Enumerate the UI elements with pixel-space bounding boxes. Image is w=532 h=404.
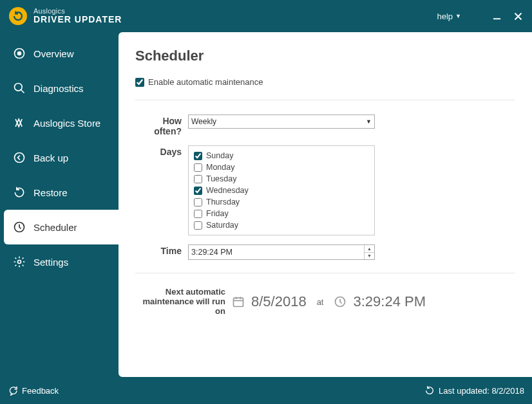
back-arrow-icon	[13, 151, 26, 164]
day-label: Saturday	[206, 221, 238, 230]
day-label: Wednesday	[206, 186, 249, 195]
next-run-label: Next automatic maintenance will run on	[135, 288, 225, 317]
sidebar-item-label: Overview	[33, 48, 74, 59]
app-name-block: Auslogics DRIVER UPDATER	[33, 8, 122, 24]
day-label: Friday	[206, 209, 229, 218]
feedback-label: Feedback	[22, 386, 59, 396]
sidebar-item-label: Restore	[33, 187, 68, 198]
clock-icon	[13, 221, 26, 234]
day-option[interactable]: Monday	[194, 161, 369, 173]
next-run-label-line2: maintenance will run on	[142, 297, 225, 316]
store-icon	[13, 116, 26, 129]
clock-icon	[334, 295, 347, 308]
day-label: Tuesday	[206, 174, 236, 183]
days-label: Days	[135, 145, 188, 157]
day-checkbox[interactable]	[194, 198, 202, 207]
last-updated[interactable]: Last updated: 8/2/2018	[424, 385, 524, 396]
sidebar-item-settings[interactable]: Settings	[4, 244, 119, 279]
svg-point-7	[15, 153, 24, 163]
day-checkbox[interactable]	[194, 210, 202, 218]
sidebar-item-label: Auslogics Store	[33, 118, 100, 129]
svg-point-9	[18, 261, 21, 264]
days-listbox: SundayMondayTuesdayWednesdayThursdayFrid…	[188, 145, 375, 235]
sidebar-item-label: Scheduler	[33, 222, 77, 233]
close-button[interactable]	[513, 12, 523, 21]
sidebar-item-store[interactable]: Auslogics Store	[4, 106, 119, 140]
sidebar-item-restore[interactable]: Restore	[4, 175, 119, 210]
content-panel: Scheduler Enable automatic maintenance H…	[119, 32, 532, 377]
restore-icon	[13, 186, 26, 199]
spin-up-button[interactable]: ▲	[365, 245, 374, 253]
day-checkbox[interactable]	[194, 152, 202, 160]
statusbar: Feedback Last updated: 8/2/2018	[0, 377, 532, 404]
next-run-row: Next automatic maintenance will run on 8…	[135, 288, 515, 317]
day-option[interactable]: Tuesday	[194, 173, 369, 185]
spin-down-button[interactable]: ▼	[365, 253, 374, 260]
day-checkbox[interactable]	[194, 187, 202, 195]
day-option[interactable]: Wednesday	[194, 185, 369, 196]
target-icon	[13, 47, 26, 60]
svg-point-4	[18, 52, 21, 55]
sidebar-item-overview[interactable]: Overview	[4, 36, 119, 71]
enable-maintenance-checkbox[interactable]: Enable automatic maintenance	[135, 77, 515, 87]
page-title: Scheduler	[135, 48, 515, 64]
time-value: 3:29:24 PM	[191, 248, 233, 257]
divider	[135, 100, 515, 100]
next-run-at: at	[317, 297, 324, 307]
minimize-button[interactable]	[492, 12, 502, 21]
chevron-down-icon: ▼	[455, 13, 461, 19]
last-updated-label: Last updated: 8/2/2018	[439, 386, 524, 396]
app-title: DRIVER UPDATER	[33, 15, 122, 24]
sidebar-item-label: Back up	[33, 152, 68, 163]
gear-icon	[13, 255, 26, 268]
day-option[interactable]: Thursday	[194, 196, 369, 208]
divider	[135, 273, 515, 273]
chevron-down-icon: ▼	[366, 118, 372, 125]
next-run-time: 3:29:24 PM	[353, 293, 426, 310]
sidebar-item-label: Settings	[33, 257, 68, 268]
day-label: Thursday	[206, 197, 240, 207]
day-checkbox[interactable]	[194, 163, 202, 172]
sidebar: Overview Diagnostics Auslogics Store Bac…	[0, 32, 119, 377]
sidebar-item-backup[interactable]: Back up	[4, 140, 119, 175]
svg-point-5	[15, 84, 23, 91]
day-label: Sunday	[206, 151, 233, 160]
help-menu[interactable]: help ▼	[437, 12, 462, 21]
feedback-link[interactable]: Feedback	[8, 385, 59, 396]
time-label: Time	[135, 244, 188, 256]
svg-rect-10	[234, 298, 243, 307]
refresh-icon	[424, 385, 435, 396]
help-label: help	[437, 12, 453, 21]
enable-maintenance-label: Enable automatic maintenance	[148, 77, 263, 87]
sidebar-item-label: Diagnostics	[33, 83, 84, 94]
feedback-icon	[8, 385, 18, 396]
next-run-label-line1: Next automatic	[166, 287, 225, 297]
next-run-date: 8/5/2018	[251, 293, 307, 310]
time-spinner: ▲ ▼	[364, 245, 374, 259]
search-icon	[13, 82, 26, 95]
svg-line-6	[21, 90, 24, 93]
day-option[interactable]: Friday	[194, 208, 369, 219]
titlebar: Auslogics DRIVER UPDATER help ▼	[0, 0, 532, 32]
day-checkbox[interactable]	[194, 221, 202, 230]
how-often-value: Weekly	[191, 117, 216, 126]
day-checkbox[interactable]	[194, 175, 202, 183]
calendar-icon	[232, 295, 245, 308]
day-option[interactable]: Sunday	[194, 150, 369, 161]
sidebar-item-diagnostics[interactable]: Diagnostics	[4, 71, 119, 106]
sidebar-item-scheduler[interactable]: Scheduler	[4, 210, 119, 244]
day-option[interactable]: Saturday	[194, 219, 369, 231]
how-often-label: How often?	[135, 115, 188, 136]
day-label: Monday	[206, 163, 234, 172]
app-logo-icon	[9, 7, 27, 25]
time-input[interactable]: 3:29:24 PM ▲ ▼	[188, 244, 375, 260]
how-often-select[interactable]: Weekly ▼	[188, 115, 375, 129]
enable-maintenance-input[interactable]	[135, 78, 144, 87]
